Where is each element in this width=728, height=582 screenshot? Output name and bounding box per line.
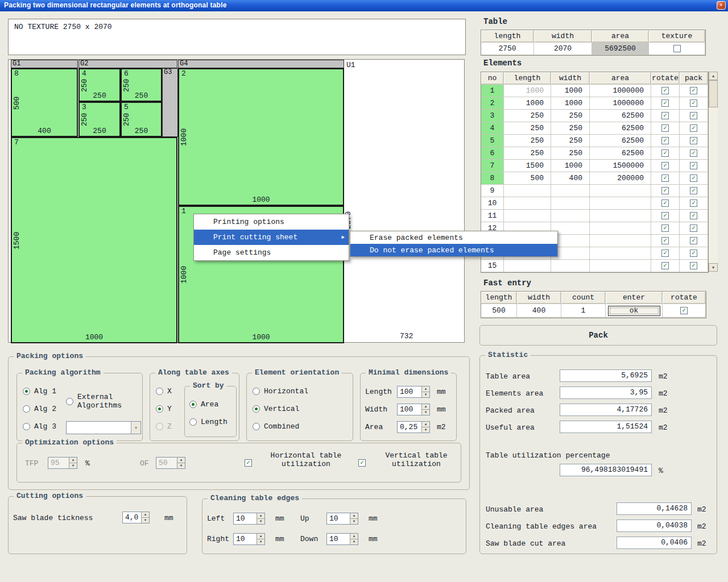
pack-checkbox[interactable]: ✓	[690, 124, 697, 132]
element-area-cell[interactable]	[590, 260, 651, 272]
spin-down-icon[interactable]: ▼	[350, 539, 358, 544]
element-no-cell[interactable]: 3	[481, 110, 504, 122]
element-area-cell[interactable]	[590, 222, 651, 235]
element-no-cell[interactable]: 6	[481, 147, 504, 160]
element-width-cell[interactable]	[551, 197, 590, 210]
menu-item-page-settings[interactable]: Page settings	[194, 245, 349, 260]
ok-button[interactable]: ok	[608, 306, 660, 316]
pack-button[interactable]: Pack	[479, 325, 717, 346]
stat-value-field[interactable]: 3,95	[560, 386, 652, 399]
spin-up-icon[interactable]: ▲	[350, 513, 358, 519]
stat-value-field[interactable]: 1,51524	[560, 421, 652, 433]
stat-value-field[interactable]: 0,14628	[617, 502, 692, 515]
radio-alg1[interactable]: Alg 1	[23, 387, 56, 396]
edge-spinner[interactable]: 10 ▲ ▼	[233, 533, 265, 545]
spin-up-icon[interactable]: ▲	[421, 422, 429, 427]
rotate-checkbox[interactable]: ✓	[661, 174, 669, 182]
pack-checkbox[interactable]: ✓	[690, 212, 697, 219]
rotate-checkbox[interactable]: ✓	[661, 262, 669, 269]
spin-down-icon[interactable]: ▼	[350, 519, 358, 524]
fast-count-field[interactable]: 1	[561, 304, 606, 318]
element-area-cell[interactable]	[590, 247, 651, 260]
radio-external-algorithms[interactable]: External Algorithms	[66, 393, 126, 410]
rotate-checkbox[interactable]: ✓	[661, 199, 669, 207]
rotate-checkbox[interactable]: ✓	[661, 225, 669, 232]
element-no-cell[interactable]: 10	[481, 197, 504, 210]
elements-row[interactable]: 2 1000 1000 1000000 ✓ ✓	[481, 97, 708, 110]
table-area-cell[interactable]: 5692500	[592, 43, 649, 55]
element-length-cell[interactable]: 250	[504, 110, 551, 122]
spin-down-icon[interactable]: ▼	[141, 518, 149, 523]
scroll-thumb[interactable]	[709, 80, 718, 107]
spin-up-icon[interactable]: ▲	[141, 512, 149, 518]
rotate-checkbox[interactable]: ✓	[661, 87, 669, 94]
pack-checkbox[interactable]: ✓	[690, 99, 697, 107]
menu-item-erase-packed[interactable]: Erase packed elements	[350, 231, 557, 244]
element-length-cell[interactable]: 250	[504, 122, 551, 135]
elements-row[interactable]: 7 1500 1000 1500000 ✓ ✓	[481, 160, 708, 172]
element-length-cell[interactable]: 250	[504, 147, 551, 160]
pack-checkbox[interactable]: ✓	[690, 162, 697, 169]
table-width-cell[interactable]: 2070	[534, 43, 592, 55]
vertical-utilization-checkbox[interactable]: ✓	[358, 459, 366, 467]
spin-up-icon[interactable]: ▲	[257, 534, 264, 539]
fast-length-field[interactable]: 500	[481, 304, 517, 318]
element-width-cell[interactable]: 400	[551, 172, 590, 185]
element-no-cell[interactable]: 4	[481, 122, 504, 135]
element-no-cell[interactable]: 9	[481, 185, 504, 197]
radio-vertical[interactable]: Vertical	[253, 405, 299, 413]
element-no-cell[interactable]: 1	[481, 85, 504, 97]
radio-alg3[interactable]: Alg 3	[23, 422, 56, 431]
menu-item-do-not-erase-packed[interactable]: Do not erase packed elements	[350, 244, 557, 256]
elements-scrollbar[interactable]: ▲ ▼	[709, 72, 718, 272]
element-area-cell[interactable]	[590, 210, 651, 222]
elements-row[interactable]: 15 ✓ ✓	[481, 260, 708, 272]
cut-strip-g3[interactable]: G3	[162, 68, 178, 137]
elements-row[interactable]: 4 250 250 62500 ✓ ✓	[481, 122, 708, 135]
spin-up-icon[interactable]: ▲	[350, 534, 358, 539]
element-length-cell[interactable]	[504, 197, 551, 210]
fast-rotate-checkbox[interactable]: ✓	[680, 307, 688, 314]
elements-row[interactable]: 3 250 250 62500 ✓ ✓	[481, 110, 708, 122]
element-width-cell[interactable]	[551, 260, 590, 272]
title-bar[interactable]: Packing two dimensional rectangular elem…	[0, 0, 728, 11]
radio-alg2[interactable]: Alg 2	[23, 405, 56, 413]
element-length-cell[interactable]	[504, 185, 551, 197]
horizontal-utilization-checkbox[interactable]: ✓	[245, 459, 252, 467]
elements-row[interactable]: 8 500 400 200000 ✓ ✓	[481, 172, 708, 185]
element-area-cell[interactable]: 200000	[590, 172, 651, 185]
spin-down-icon[interactable]: ▼	[421, 392, 429, 397]
radio-axis-y[interactable]: Y	[156, 405, 172, 413]
pack-checkbox[interactable]: ✓	[690, 87, 697, 94]
elements-row[interactable]: 5 250 250 62500 ✓ ✓	[481, 135, 708, 147]
rotate-checkbox[interactable]: ✓	[661, 124, 669, 132]
packed-element-3[interactable]: 3 250 250	[78, 102, 121, 137]
element-width-cell[interactable]	[551, 185, 590, 197]
rotate-checkbox[interactable]: ✓	[661, 187, 669, 194]
edge-spinner[interactable]: 10 ▲ ▼	[326, 533, 358, 545]
dim-spinner[interactable]: 100 ▲ ▼	[397, 386, 430, 398]
pack-checkbox[interactable]: ✓	[690, 225, 697, 232]
element-length-cell[interactable]: 1000	[504, 97, 551, 110]
element-area-cell[interactable]: 1000000	[590, 97, 651, 110]
element-length-cell[interactable]: 1500	[504, 160, 551, 172]
scroll-up-button[interactable]: ▲	[709, 72, 718, 80]
stat-value-field[interactable]: 0,04038	[617, 519, 692, 532]
element-length-cell[interactable]: 500	[504, 172, 551, 185]
spin-up-icon[interactable]: ▲	[257, 513, 264, 519]
packed-element-4[interactable]: 4 250 250	[78, 68, 121, 102]
element-length-cell[interactable]: 250	[504, 135, 551, 147]
texture-checkbox[interactable]	[673, 45, 681, 52]
element-no-cell[interactable]: 15	[481, 260, 504, 272]
pack-checkbox[interactable]: ✓	[690, 137, 697, 144]
packed-element-2[interactable]: 2 1000 1000	[178, 68, 344, 206]
edge-spinner[interactable]: 10 ▲ ▼	[233, 513, 265, 525]
spin-down-icon[interactable]: ▼	[257, 539, 264, 544]
cut-strip-g1[interactable]: G1	[11, 60, 78, 68]
element-no-cell[interactable]: 2	[481, 97, 504, 110]
table-length-cell[interactable]: 2750	[481, 43, 534, 55]
spin-down-icon[interactable]: ▼	[421, 427, 429, 433]
packed-element-7[interactable]: 7 1500 1000	[11, 137, 177, 343]
pack-checkbox[interactable]: ✓	[690, 174, 697, 182]
stat-value-field[interactable]: 4,17726	[560, 404, 652, 416]
